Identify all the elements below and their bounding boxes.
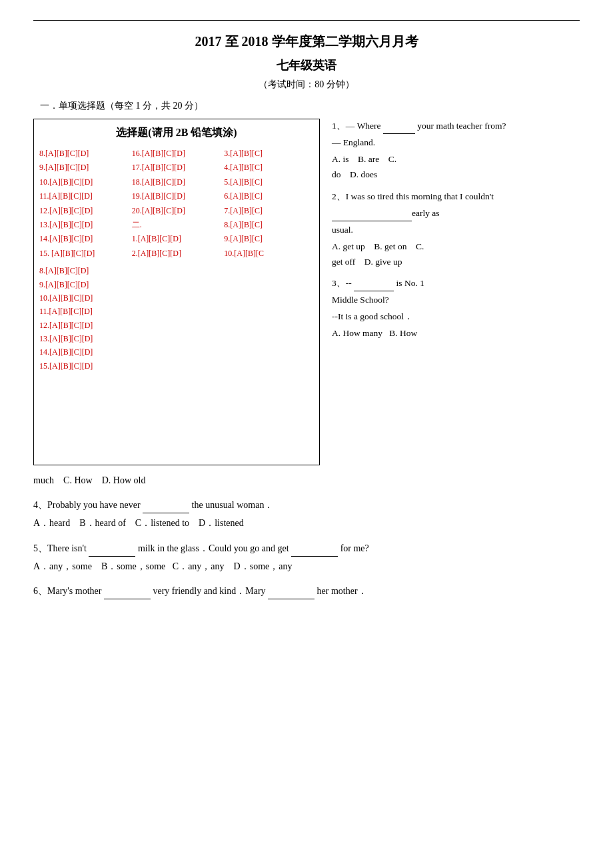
answer-item: 14.[A][B][C][D] — [39, 345, 314, 359]
q4-options: A．heard B．heard of C．listened to D．liste… — [33, 515, 580, 531]
answer-item: 10.[A][B][C][D] — [39, 291, 314, 305]
q3-options: A. How many B. How — [332, 326, 580, 341]
main-content-area: 选择题(请用 2B 铅笔填涂) 8.[A][B][C][D]9.[A][B][C… — [33, 119, 580, 465]
answer-item: 9.[A][B][C] — [224, 232, 314, 245]
answer-col-2: 16.[A][B][C][D]17.[A][B][C][D]18.[A][B][… — [132, 147, 222, 260]
answer-item: 19.[A][B][C][D] — [132, 189, 222, 203]
answer-item: 20.[A][B][C][D] — [132, 204, 222, 217]
answer-item: 2.[A][B][C][D] — [132, 247, 222, 260]
below-options-q3: much C. How D. How old — [33, 472, 580, 489]
q4-text: 4、Probably you have never the unusual wo… — [33, 497, 580, 513]
q3-text3: --It is a good school． — [332, 309, 580, 325]
q6-text: 6、Mary's mother very friendly and kind．M… — [33, 583, 580, 599]
answer-item: 15.[A][B][C][D] — [39, 359, 314, 373]
answer-col-3: 3.[A][B][C]4.[A][B][C]5.[A][B][C]6.[A][B… — [224, 147, 314, 260]
answer-item: 6.[A][B][C] — [224, 189, 314, 203]
q2-text2: early as — [332, 206, 580, 221]
answer-item: 9.[A][B][C][D] — [39, 161, 129, 174]
q1-options: A. is B. are C.do D. does — [332, 152, 580, 183]
answer-item: 12.[A][B][C][D] — [39, 319, 314, 332]
answer-box: 选择题(请用 2B 铅笔填涂) 8.[A][B][C][D]9.[A][B][C… — [33, 119, 320, 465]
answer-item: 5.[A][B][C] — [224, 175, 314, 189]
question-5: 5、There isn't milk in the glass．Could yo… — [33, 540, 580, 575]
q5-blank1 — [89, 547, 135, 557]
answer-item: 10.[A][B][C — [224, 247, 314, 260]
answer-item: 17.[A][B][C][D] — [132, 161, 222, 174]
exam-time: （考试时间：80 分钟） — [33, 79, 580, 91]
q6-blank1 — [104, 590, 151, 599]
answer-item: 4.[A][B][C] — [224, 161, 314, 174]
answer-item: 13.[A][B][C][D] — [39, 218, 129, 231]
question-1: 1、— Where your math teacher from? — Engl… — [332, 119, 580, 183]
top-divider — [33, 20, 580, 21]
question-2: 2、I was so tired this morning that I cou… — [332, 189, 580, 270]
answer-item: 11.[A][B][C][D] — [39, 189, 129, 203]
question-6: 6、Mary's mother very friendly and kind．M… — [33, 583, 580, 599]
answer-item: 8.[A][B][C][D] — [39, 147, 129, 160]
main-title: 2017 至 2018 学年度第二学期六月月考 — [33, 33, 580, 51]
q2-blank — [332, 212, 412, 221]
section-1-title: 一．单项选择题（每空 1 分，共 20 分） — [40, 100, 580, 112]
q1-line2: — England. — [332, 135, 580, 151]
answer-item: 10.[A][B][C][D] — [39, 175, 129, 189]
answer-item: 16.[A][B][C][D] — [132, 147, 222, 160]
q3-text: 3、-- is No. 1 — [332, 276, 580, 291]
answer-item: 14.[A][B][C][D] — [39, 232, 129, 245]
answer-item: 1.[A][B][C][D] — [132, 232, 222, 245]
answer-item: 8.[A][B][C] — [224, 218, 314, 231]
answer-item: 8.[A][B][C][D] — [39, 264, 314, 277]
answer-item: 7.[A][B][C] — [224, 204, 314, 217]
q5-options: A．any，some B．some，some C．any，any D．some，… — [33, 558, 580, 575]
q2-text3: usual. — [332, 223, 580, 238]
q2-text: 2、I was so tired this morning that I cou… — [332, 189, 580, 205]
answer-item: 12.[A][B][C][D] — [39, 204, 129, 217]
answer-item: 13.[A][B][C][D] — [39, 332, 314, 345]
answer-box-title: 选择题(请用 2B 铅笔填涂) — [39, 126, 314, 140]
answer-item: 3.[A][B][C] — [224, 147, 314, 160]
answer-col-1: 8.[A][B][C][D]9.[A][B][C][D]10.[A][B][C]… — [39, 147, 129, 260]
q2-options: A. get up B. get on C.get off D. give up — [332, 239, 580, 270]
q1-text: 1、— Where your math teacher from? — [332, 119, 580, 134]
q4-blank — [143, 504, 189, 513]
answer-item: 9.[A][B][C][D] — [39, 278, 314, 291]
q6-blank2 — [268, 590, 314, 599]
answer-item: 15. [A][B][C][D] — [39, 247, 129, 260]
q3-blank — [354, 282, 394, 291]
answer-item: 18.[A][B][C][D] — [132, 175, 222, 189]
q5-blank2 — [291, 547, 338, 557]
q3-text2: Middle School? — [332, 293, 580, 308]
question-3: 3、-- is No. 1 Middle School? --It is a g… — [332, 276, 580, 341]
right-questions-panel: 1、— Where your math teacher from? — Engl… — [320, 119, 580, 465]
answer-col-1b: 8.[A][B][C][D]9.[A][B][C][D]10.[A][B][C]… — [39, 264, 314, 373]
answer-item: 11.[A][B][C][D] — [39, 305, 314, 318]
answer-item: 二. — [132, 218, 222, 231]
q5-text: 5、There isn't milk in the glass．Could yo… — [33, 540, 580, 557]
question-4: 4、Probably you have never the unusual wo… — [33, 497, 580, 531]
q1-blank — [383, 125, 415, 134]
sub-title: 七年级英语 — [33, 57, 580, 73]
